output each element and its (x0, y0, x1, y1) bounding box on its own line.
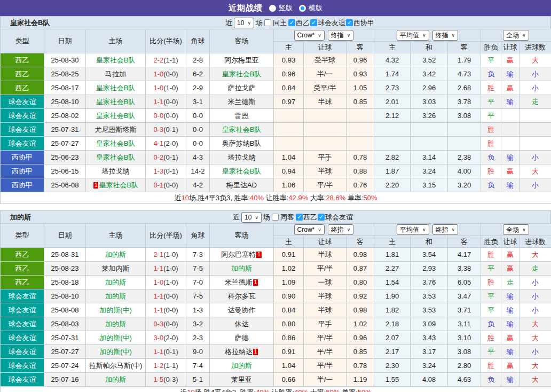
league-checkbox[interactable]: ✓ (296, 214, 303, 221)
away-team[interactable]: 塔拉戈纳 (228, 153, 256, 161)
home-team[interactable]: 皇家社会B队 (96, 153, 136, 161)
same-home-checkbox[interactable] (264, 19, 271, 26)
odds-away: 0.85 (347, 345, 374, 359)
home-team[interactable]: 皇家社会B队 (96, 98, 136, 106)
away-team[interactable]: 雷恩 (235, 112, 249, 120)
away-team[interactable]: 达曼协作 (228, 306, 256, 314)
odds-away: 0.96 (347, 53, 374, 67)
home-team[interactable]: 尤尼恩斯塔斯 (95, 126, 137, 134)
home-team[interactable]: 加的斯 (105, 292, 126, 300)
score-halftime: (0-0) (163, 320, 178, 328)
team-name-2[interactable]: 加的斯 (10, 213, 31, 222)
score-fulltime[interactable]: 1-0 (153, 70, 163, 78)
odds-time-select-2[interactable]: 终指∨ (328, 224, 354, 235)
score-fulltime[interactable]: 0-1 (153, 181, 163, 189)
score-fulltime[interactable]: 1-1 (153, 348, 163, 356)
score-fulltime[interactable]: 1-2 (153, 362, 163, 370)
home-team[interactable]: 皇家社会B队 (96, 139, 136, 147)
avg-home: 2.73 (374, 81, 411, 95)
same-away-checkbox[interactable] (272, 214, 279, 221)
title-bar: 近期战绩 竖版 横版 (0, 0, 551, 16)
radio-horizontal-icon[interactable] (299, 5, 306, 12)
score-fulltime[interactable]: 2-2 (153, 56, 163, 64)
home-team[interactable]: 加的斯 (105, 250, 126, 258)
score-fulltime[interactable]: 3-0 (153, 334, 163, 342)
match-row: 球会友谊25-07-24拉斯帕尔马斯(中)1-2(1-1)7-4加的斯1.04平… (1, 359, 551, 373)
odds-source-select-1[interactable]: Crow*∨ (294, 30, 325, 41)
score-fulltime[interactable]: 1-1 (153, 292, 163, 300)
away-team[interactable]: 格拉纳达 (225, 348, 253, 356)
result-goals: 小 (519, 178, 551, 192)
league-checkbox[interactable]: ✓ (288, 19, 295, 26)
score-fulltime[interactable]: 0-3 (153, 320, 163, 328)
away-team[interactable]: 萨德 (235, 334, 249, 342)
league-checkbox[interactable]: ✓ (318, 214, 325, 221)
away-team[interactable]: 皇家社会B队 (222, 126, 262, 134)
avg-source-select-2[interactable]: 平均值∨ (397, 224, 429, 235)
league-checkbox[interactable]: ✓ (310, 19, 317, 26)
avg-draw (411, 123, 448, 137)
odds-time-select-1[interactable]: 终指∨ (328, 30, 354, 41)
away-team[interactable]: 米兰德斯 (228, 98, 256, 106)
scope-select-1[interactable]: 全场∨ (503, 30, 529, 41)
away-team[interactable]: 莱里亚 (231, 375, 252, 383)
home-team[interactable]: 皇家社会B队 (96, 84, 136, 92)
league-checkbox[interactable]: ✓ (346, 19, 353, 26)
match-date: 25-08-03 (44, 317, 86, 331)
score-fulltime[interactable]: 1-1 (153, 98, 163, 106)
away-team[interactable]: 阿尔梅里亚 (224, 56, 259, 64)
avg-time-select-2[interactable]: 终指∨ (432, 224, 459, 235)
match-count-select-1[interactable]: 10∨ (234, 18, 254, 28)
score-fulltime[interactable]: 1-0 (153, 278, 163, 286)
home-team[interactable]: 马拉加 (105, 70, 126, 78)
away-team[interactable]: 萨拉戈萨 (228, 84, 256, 92)
away-team[interactable]: 米兰德斯 (225, 278, 253, 286)
score-fulltime[interactable]: 0-0 (153, 112, 163, 120)
odds-source-select-2[interactable]: Crow*∨ (294, 224, 325, 235)
home-team[interactable]: 加的斯(中) (99, 334, 132, 342)
away-team[interactable]: 梅里达AD (226, 181, 257, 189)
home-team[interactable]: 加的斯(中) (99, 348, 132, 356)
summary-text: 近 (180, 388, 187, 392)
radio-vertical-icon[interactable] (269, 5, 276, 12)
home-team[interactable]: 加的斯 (105, 278, 126, 286)
away-team[interactable]: 阿尔巴塞特 (221, 250, 256, 258)
score-fulltime[interactable]: 0-3 (153, 126, 163, 134)
home-team[interactable]: 皇家社会B队 (96, 112, 136, 120)
layout-option-vertical[interactable]: 竖版 (269, 3, 293, 13)
score-fulltime[interactable]: 1-3 (153, 167, 163, 175)
score-fulltime[interactable]: 1-1 (153, 264, 163, 272)
home-team[interactable]: 塔拉戈纳 (102, 167, 130, 175)
away-team[interactable]: 皇家社会B队 (222, 70, 262, 78)
league-badge: 西协甲 (1, 164, 44, 178)
avg-source-select-1[interactable]: 平均值∨ (397, 30, 429, 41)
layout-option-horizontal[interactable]: 横版 (299, 3, 322, 13)
home-team[interactable]: 加的斯(中) (99, 306, 132, 314)
home-team[interactable]: 皇家社会B队 (96, 56, 136, 64)
home-team-cell: 皇家社会B队 (86, 109, 146, 123)
match-count-select-2[interactable]: 10∨ (241, 212, 262, 223)
avg-draw: 4.08 (411, 373, 448, 387)
team-name-1[interactable]: 皇家社会B队 (10, 18, 50, 28)
home-team[interactable]: 莱加内斯 (102, 264, 130, 272)
home-team[interactable]: 加的斯 (105, 375, 126, 383)
score-fulltime[interactable]: 4-1 (153, 139, 163, 147)
avg-time-select-1[interactable]: 终指∨ (432, 30, 459, 41)
away-team[interactable]: 休达 (235, 320, 249, 328)
away-team[interactable]: 皇家社会B队 (222, 167, 262, 175)
home-team-cell: 加的斯(中) (86, 331, 146, 345)
score-fulltime[interactable]: 1-5 (153, 375, 163, 383)
score-fulltime[interactable]: 0-2 (153, 153, 163, 161)
away-team[interactable]: 奥萨苏纳B队 (222, 139, 262, 147)
away-team[interactable]: 科尔多瓦 (228, 292, 256, 300)
away-team[interactable]: 加的斯 (231, 362, 252, 370)
score-fulltime[interactable]: 2-1 (153, 250, 163, 258)
scope-select-2[interactable]: 全场∨ (503, 224, 529, 235)
home-team[interactable]: 拉斯帕尔马斯(中) (89, 362, 143, 370)
home-team[interactable]: 皇家社会B队 (99, 181, 138, 189)
home-team[interactable]: 加的斯 (105, 320, 126, 328)
score-fulltime[interactable]: 1-1 (153, 306, 163, 314)
score-fulltime[interactable]: 1-0 (153, 84, 163, 92)
summary-text: 50% (358, 388, 372, 392)
away-team[interactable]: 加的斯 (231, 264, 252, 272)
